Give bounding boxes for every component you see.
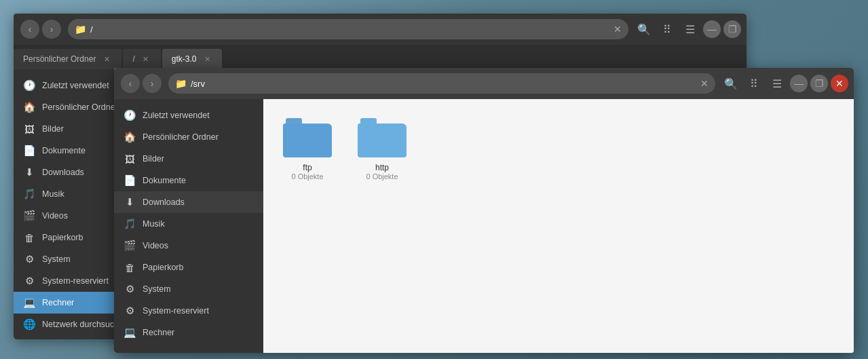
sidebar-item-videos-front[interactable]: 🎬 Videos: [114, 235, 263, 257]
menu-button-back[interactable]: ☰: [680, 19, 700, 39]
tab-close-root-back[interactable]: ✕: [140, 54, 151, 64]
search-button-back[interactable]: 🔍: [634, 19, 654, 39]
sidebar-label-sysreserved-back: System-reserviert: [42, 276, 109, 286]
sidebar-label-images-front: Bilder: [143, 154, 164, 164]
sidebar-label-music-front: Musik: [143, 219, 165, 229]
images-icon-front: 🖼: [124, 153, 136, 165]
sidebar-label-computer-front: Rechner: [143, 328, 174, 337]
sidebar-label-recent-back: Zuletzt verwendet: [42, 81, 109, 90]
computer-icon-back: 💻: [23, 297, 35, 309]
clear-address-button-back[interactable]: ✕: [614, 24, 622, 35]
sidebar-item-trash-front[interactable]: 🗑 Papierkorb: [114, 257, 263, 278]
sidebar-label-system-front: System: [143, 284, 171, 294]
trash-icon-back: 🗑: [23, 231, 35, 244]
recent-icon-back: 🕐: [23, 79, 35, 92]
clear-address-button-front[interactable]: ✕: [700, 78, 709, 89]
minimize-icon-back: —: [707, 24, 717, 35]
sidebar-item-music-front[interactable]: 🎵 Musik: [114, 213, 263, 235]
nav-forward-button-front[interactable]: ›: [143, 74, 162, 93]
music-icon-front: 🎵: [124, 218, 136, 230]
system-icon-front: ⚙: [124, 283, 136, 295]
tab-label-gtk-back: gtk-3.0: [172, 54, 197, 64]
folder-icon-http: [358, 118, 407, 159]
file-item-ftp[interactable]: ftp 0 Objekte: [277, 113, 338, 186]
sidebar-item-docs-front[interactable]: 📄 Dokumente: [114, 170, 263, 191]
content-front: 🕐 Zuletzt verwendet 🏠 Persönlicher Ordne…: [114, 99, 854, 353]
nav-back-button-back[interactable]: ‹: [20, 20, 39, 39]
network-icon-back: 🌐: [23, 318, 35, 330]
menu-icon-front: ☰: [772, 77, 782, 90]
folder-body-http: [358, 124, 407, 157]
sysreserved-icon-back: ⚙: [23, 275, 35, 287]
tab-label-personal-back: Persönlicher Ordner: [23, 54, 96, 64]
sidebar-front: 🕐 Zuletzt verwendet 🏠 Persönlicher Ordne…: [114, 99, 263, 353]
chevron-right-icon-front: ›: [151, 78, 154, 89]
close-button-front[interactable]: ✕: [831, 75, 848, 92]
tab-root-back[interactable]: / ✕: [123, 49, 160, 69]
tab-gtk-back[interactable]: gtk-3.0 ✕: [162, 49, 223, 69]
toolbar-front: 🔍 ⠿ ☰ — ❐ ✕: [721, 73, 848, 94]
sidebar-label-downloads-back: Downloads: [42, 168, 84, 177]
folder-body-ftp: [283, 124, 332, 157]
titlebar-front: ‹ › 📁 /srv ✕ 🔍 ⠿ ☰ — ❐: [114, 68, 854, 99]
search-button-front[interactable]: 🔍: [721, 73, 741, 94]
sidebar-item-system-front[interactable]: ⚙ System: [114, 278, 263, 300]
sidebar-item-computer-front[interactable]: 💻 Rechner: [114, 322, 263, 343]
file-name-ftp: ftp: [303, 163, 312, 172]
recent-icon-front: 🕐: [124, 109, 136, 121]
folder-icon-front: 📁: [175, 78, 187, 89]
restore-icon-front: ❐: [815, 78, 824, 89]
menu-button-front[interactable]: ☰: [767, 73, 787, 94]
address-text-back: /: [90, 24, 93, 35]
sidebar-label-music-back: Musik: [42, 189, 64, 199]
tab-close-gtk-back[interactable]: ✕: [202, 54, 212, 64]
videos-icon-front: 🎬: [124, 240, 136, 252]
sidebar-label-trash-back: Papierkorb: [42, 233, 83, 242]
sidebar-item-downloads-front[interactable]: ⬇ Downloads: [114, 191, 263, 213]
sidebar-label-images-back: Bilder: [42, 124, 64, 134]
sidebar-label-trash-front: Papierkorb: [143, 263, 183, 272]
sysreserved-icon-front: ⚙: [124, 305, 136, 317]
search-icon-front: 🔍: [724, 77, 738, 90]
sidebar-label-videos-back: Videos: [42, 211, 68, 221]
tab-close-personal-back[interactable]: ✕: [101, 54, 112, 64]
address-bar-front[interactable]: 📁 /srv ✕: [168, 73, 715, 94]
file-count-http: 0 Objekte: [366, 172, 398, 181]
address-text-front: /srv: [191, 79, 205, 89]
chevron-right-icon: ›: [50, 24, 54, 35]
sidebar-label-computer-back: Rechner: [42, 298, 74, 307]
home-icon-back: 🏠: [23, 101, 35, 113]
sidebar-label-docs-back: Dokumente: [42, 146, 86, 155]
chevron-left-icon: ‹: [29, 24, 32, 35]
grid-button-back[interactable]: ⠿: [657, 19, 677, 39]
nav-forward-button-back[interactable]: ›: [42, 20, 61, 39]
sidebar-label-downloads-front: Downloads: [143, 197, 185, 207]
sidebar-label-docs-front: Dokumente: [143, 176, 186, 185]
restore-button-front[interactable]: ❐: [810, 75, 828, 92]
sidebar-label-recent-front: Zuletzt verwendet: [143, 111, 210, 120]
close-icon-front: ✕: [835, 78, 844, 89]
titlebar-back: ‹ › 📁 / ✕ 🔍 ⠿ ☰ — ❐: [14, 14, 747, 45]
file-item-http[interactable]: http 0 Objekte: [352, 113, 413, 186]
sidebar-item-home-front[interactable]: 🏠 Persönlicher Ordner: [114, 126, 263, 148]
address-bar-back[interactable]: 📁 / ✕: [68, 19, 628, 39]
music-icon-back: 🎵: [23, 188, 35, 200]
home-icon-front: 🏠: [124, 131, 136, 143]
nav-back-button-front[interactable]: ‹: [121, 74, 140, 93]
file-count-ftp: 0 Objekte: [291, 172, 323, 181]
file-grid: ftp 0 Objekte http 0 Objekte: [277, 113, 840, 186]
sidebar-item-images-front[interactable]: 🖼 Bilder: [114, 148, 263, 170]
file-area-front: ftp 0 Objekte http 0 Objekte: [263, 99, 854, 353]
grid-icon-front: ⠿: [750, 77, 758, 90]
minimize-icon-front: —: [794, 78, 804, 89]
toolbar-back: 🔍 ⠿ ☰ — ❐: [634, 19, 741, 39]
minimize-button-front[interactable]: —: [790, 75, 808, 92]
grid-button-front[interactable]: ⠿: [744, 73, 764, 94]
tab-personal-folder-back[interactable]: Persönlicher Ordner ✕: [14, 49, 121, 69]
minimize-button-back[interactable]: —: [703, 20, 721, 38]
sidebar-item-sysreserved-front[interactable]: ⚙ System-reserviert: [114, 300, 263, 322]
grid-icon-back: ⠿: [663, 23, 671, 36]
sidebar-item-recent-front[interactable]: 🕐 Zuletzt verwendet: [114, 105, 263, 126]
restore-button-back[interactable]: ❐: [723, 20, 741, 38]
computer-icon-front: 💻: [124, 326, 136, 339]
